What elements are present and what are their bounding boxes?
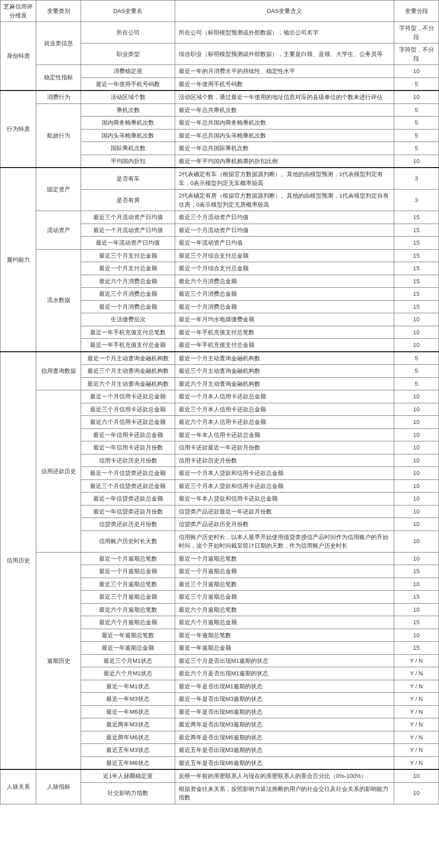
cell-category: 流水数据 xyxy=(36,249,81,352)
cell-meaning: 反映一年前的亲密联系人与现在的亲密联系人的重合百分比（0%-100%） xyxy=(175,769,394,782)
cell-variable: 最近一年逾期总笔数 xyxy=(81,629,175,642)
cell-meaning: 活动区域个数，通过最近一年使用的地址信息对应的县级单位的个数来进行评估 xyxy=(175,91,394,104)
cell-segment: Y / N xyxy=(394,705,439,718)
cell-meaning: 最近三个月主动查询金融机构数 xyxy=(175,365,394,378)
cell-segment: 15 xyxy=(394,565,439,578)
table-row: 航旅行为乘机次数最近一年总共乘机次数5 xyxy=(0,104,439,117)
cell-meaning: 最近一个月本人贷款和信用卡还款总金额 xyxy=(175,467,394,480)
cell-segment: 10 xyxy=(394,505,439,518)
cell-variable: 最近六个月信用卡还款总金额 xyxy=(81,416,175,429)
cell-variable: 最近三个月消费总金额 xyxy=(81,288,175,301)
cell-segment: 10 xyxy=(394,531,439,552)
table-row: 逾期历史最近一个月逾期总笔数最近一个月逾期总笔数10 xyxy=(0,552,439,565)
cell-segment: 10 xyxy=(394,518,439,531)
cell-meaning: 最近六个月消费总金额 xyxy=(175,275,394,288)
table-row: 信用历史信用查询数据最近一个月主动查询金融机构数最近一个月主动查询金融机构数5 xyxy=(0,352,439,365)
cell-meaning: 信贷类产品还款最近一年还款月份数 xyxy=(175,505,394,518)
cell-segment: 10 xyxy=(394,91,439,104)
cell-meaning: 信用卡还款历史月份数 xyxy=(175,454,394,467)
cell-meaning: 最近一年的月消费水平的持续性、稳定性水平 xyxy=(175,65,394,78)
cell-meaning: 最近一个月主动查询金融机构数 xyxy=(175,352,394,365)
cell-variable: 最近一个月主动查询金融机构数 xyxy=(81,352,175,365)
cell-variable: 最近一个月流动资产日均值 xyxy=(81,224,175,237)
cell-category: 人脉指标 xyxy=(36,769,81,804)
table-row: 信用还款历史最近一个月信用卡还款总金额最近一个月本人信用卡还款总金额10 xyxy=(0,390,439,403)
cell-segment: 5 xyxy=(394,142,439,155)
header-meaning: DAS变量含义 xyxy=(175,0,394,22)
cell-segment: 10 xyxy=(394,454,439,467)
cell-segment: Y / N xyxy=(394,680,439,693)
cell-segment: 15 xyxy=(394,211,439,224)
cell-segment: 10 xyxy=(394,339,439,352)
cell-segment: 10 xyxy=(394,441,439,454)
cell-segment: Y / N xyxy=(394,731,439,744)
cell-variable: 国内商务舱乘机次数 xyxy=(81,117,175,130)
cell-variable: 国内头等舱乘机次数 xyxy=(81,129,175,142)
cell-meaning: 最近一个月综合支付总金额 xyxy=(175,262,394,275)
cell-segment: 5 xyxy=(394,129,439,142)
cell-category: 信用查询数据 xyxy=(36,352,81,390)
header-dimension: 芝麻信用评分维度 xyxy=(0,0,36,22)
table-row: 身份特质就业类信息所在公司所在公司（标明模型预测或外部数据），输出公司名字字符型… xyxy=(0,22,439,43)
cell-dimension: 履约能力 xyxy=(0,168,36,352)
cell-meaning: 最近一年使用手机号码数 xyxy=(175,78,394,91)
cell-segment: 15 xyxy=(394,249,439,262)
cell-variable: 最近三个月主动查询金融机构数 xyxy=(81,365,175,378)
cell-meaning: 最近三个月综合支付总金额 xyxy=(175,249,394,262)
cell-meaning: 最近六个月是否出现M1逾期的状态 xyxy=(175,667,394,680)
cell-variable: 最近三个月信用卡还款总金额 xyxy=(81,403,175,416)
cell-meaning: 最近六个月主动查询金融机构数 xyxy=(175,377,394,390)
cell-variable: 最近三个月M1状态 xyxy=(81,654,175,667)
cell-meaning: 最近一个月本人信用卡还款总金额 xyxy=(175,390,394,403)
cell-variable: 社交影响力指数 xyxy=(81,782,175,804)
cell-variable: 最近一个月信贷类还款总金额 xyxy=(81,467,175,480)
cell-segment: 15 xyxy=(394,300,439,313)
cell-segment: 10 xyxy=(394,467,439,480)
cell-variable: 最近两年M3状态 xyxy=(81,718,175,731)
cell-variable: 最近一年信用卡还款月份数 xyxy=(81,441,175,454)
cell-segment: 15 xyxy=(394,288,439,301)
table-row: 流动资产最近三个月流动资产日均值最近三个月流动资产日均值15 xyxy=(0,211,439,224)
table-row: 履约能力固定资产是否有车2代表确定有车（根据官方数据源判断）。其他的由模型预测，… xyxy=(0,168,439,190)
cell-meaning: 最近两年是否出现M6逾期的状态 xyxy=(175,731,394,744)
cell-segment: Y / N xyxy=(394,667,439,680)
cell-variable: 所在公司 xyxy=(81,22,175,43)
cell-meaning: 最近一年总共国内商务舱乘机次数 xyxy=(175,117,394,130)
cell-meaning: 信贷类产品还款历史月份数 xyxy=(175,518,394,531)
cell-meaning: 最近一个月消费总金额 xyxy=(175,300,394,313)
cell-segment: 15 xyxy=(394,275,439,288)
cell-meaning: 最近三个月逾期总笔数 xyxy=(175,578,394,591)
cell-segment: 5 xyxy=(394,365,439,378)
cell-variable: 最近六个月消费总金额 xyxy=(81,275,175,288)
cell-variable: 最近五年M3状态 xyxy=(81,744,175,757)
cell-variable: 近1年人脉圈稳定度 xyxy=(81,769,175,782)
cell-variable: 活动区域个数 xyxy=(81,91,175,104)
cell-segment: 10 xyxy=(394,552,439,565)
header-category: 变量类别 xyxy=(36,0,81,22)
cell-variable: 最近一年使用手机号码数 xyxy=(81,78,175,91)
cell-dimension: 身份特质 xyxy=(0,22,36,91)
cell-category: 信用还款历史 xyxy=(36,390,81,553)
cell-variable: 最近一年信用卡还款总金额 xyxy=(81,428,175,441)
cell-meaning: 最近一年本人贷款和信用卡还款总金额 xyxy=(175,492,394,505)
cell-variable: 最近一年信贷类还款总金额 xyxy=(81,492,175,505)
cell-meaning: 最近六个月逾期总金额 xyxy=(175,616,394,629)
cell-segment: 10 xyxy=(394,428,439,441)
cell-category: 消费行为 xyxy=(36,91,81,104)
cell-variable: 最近一个月逾期总笔数 xyxy=(81,552,175,565)
cell-meaning: 信用账户历史时长，以本人最早开始使用借贷类授信产品时间作为信用账户的开始时间，这… xyxy=(175,531,394,552)
cell-segment: 10 xyxy=(394,629,439,642)
cell-variable: 最近六个月逾期总金额 xyxy=(81,616,175,629)
cell-segment: 5 xyxy=(394,104,439,117)
cell-variable: 最近两年M6状态 xyxy=(81,731,175,744)
cell-segment: 10 xyxy=(394,403,439,416)
cell-meaning: 最近一年手机充值支付总笔数 xyxy=(175,326,394,339)
cell-category: 固定资产 xyxy=(36,168,81,211)
cell-variable: 最近一年手机充值支付总笔数 xyxy=(81,326,175,339)
cell-meaning: 根据资金往来关系，按照影响力算法推断的用户的社会交往及社会关系的影响能力指数 xyxy=(175,782,394,804)
cell-meaning: 最近一年总共国内头等舱乘机次数 xyxy=(175,129,394,142)
cell-segment: 10 xyxy=(394,65,439,78)
cell-variable: 最近一年手机充值支付总金额 xyxy=(81,339,175,352)
cell-meaning: 最近一年是否出现M6逾期的状态 xyxy=(175,705,394,718)
cell-meaning: 最近一年平均国内乘机购票的折扣比例 xyxy=(175,155,394,168)
